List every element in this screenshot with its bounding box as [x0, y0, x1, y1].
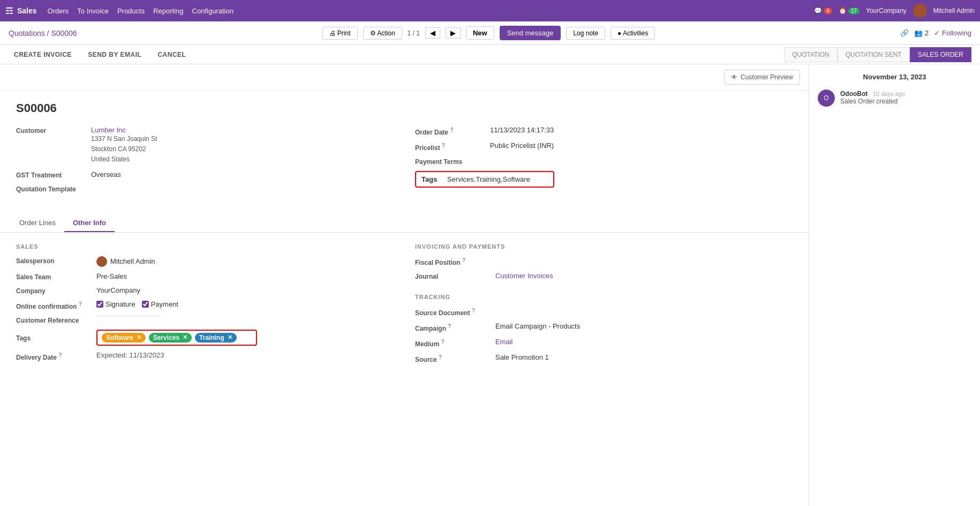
tab-order-lines[interactable]: Order Lines	[11, 214, 64, 232]
activity-content: OdooBot 10 days ago Sales Order created	[840, 90, 905, 107]
pagination: 1 / 1	[408, 29, 420, 37]
breadcrumb-parent[interactable]: Quotations	[9, 29, 45, 38]
tag-services-remove[interactable]: ✕	[183, 334, 187, 341]
status-bar: QUOTATION QUOTATION SENT SALES ORDER	[784, 47, 971, 62]
sales-team-value: Pre-Sales	[96, 272, 127, 280]
link-icon[interactable]: 🔗	[900, 29, 909, 37]
delivery-date-label: Delivery Date ?	[16, 351, 96, 361]
activity-item: O OdooBot 10 days ago Sales Order create…	[818, 90, 971, 107]
status-quotation-sent[interactable]: QUOTATION SENT	[838, 47, 910, 62]
tag-software-remove[interactable]: ✕	[137, 334, 141, 341]
user-avatar[interactable]	[913, 4, 927, 18]
tag-services[interactable]: Services ✕	[149, 333, 192, 343]
fiscal-position-help[interactable]: ?	[462, 257, 465, 263]
tag-training[interactable]: Training ✕	[195, 333, 237, 343]
campaign-help[interactable]: ?	[448, 323, 451, 329]
activity-icon[interactable]: ⏰ 17	[839, 7, 860, 14]
fiscal-position-row: Fiscal Position ?	[415, 256, 793, 266]
action-button[interactable]: ⚙ Action	[363, 27, 402, 40]
tags-field-label: Tags	[16, 333, 96, 342]
nav-next[interactable]: ▶	[446, 27, 461, 39]
following-button[interactable]: ✓ Following	[934, 29, 971, 37]
customer-reference-row: Customer Reference	[16, 316, 394, 324]
online-confirmation-row: Online confirmation ? Signature	[16, 300, 394, 310]
send-by-email-button[interactable]: SEND BY EMAIL	[82, 49, 147, 61]
chat-icon[interactable]: 💬 4	[814, 7, 832, 14]
form-grid: Customer Lumber Inc 1337 N San Joaquin S…	[16, 126, 793, 198]
delivery-date-help[interactable]: ?	[58, 352, 62, 358]
payment-terms-label: Payment Terms	[415, 157, 490, 166]
status-sales-order[interactable]: SALES ORDER	[910, 47, 971, 62]
customer-reference-value[interactable]	[96, 316, 161, 316]
actionbar: CREATE INVOICE SEND BY EMAIL CANCEL QUOT…	[0, 45, 980, 64]
create-invoice-button[interactable]: CREATE INVOICE	[9, 49, 77, 61]
activities-button[interactable]: ● Activities	[610, 27, 655, 40]
gst-value: Overseas	[91, 170, 121, 178]
subheader-actions: 🖨 Print ⚙ Action 1 / 1 ◀ ▶ New Send mess…	[322, 26, 655, 40]
company-name: YourCompany	[866, 7, 907, 14]
customer-preview-label: Customer Preview	[741, 73, 793, 81]
grid-icon[interactable]: ☶	[5, 6, 13, 16]
tab-other-info[interactable]: Other Info	[64, 214, 115, 232]
tags-badges-box[interactable]: Software ✕ Services ✕ Training ✕	[96, 330, 257, 346]
salesperson-label: Salesperson	[16, 256, 96, 265]
source-document-row: Source Document ?	[415, 307, 793, 317]
tag-software[interactable]: Software ✕	[102, 333, 146, 343]
activity-avatar: O	[818, 90, 835, 107]
order-date-label: Order Date ?	[415, 126, 490, 136]
nav-prev[interactable]: ◀	[425, 27, 440, 39]
status-quotation[interactable]: QUOTATION	[784, 47, 838, 62]
online-confirmation-help[interactable]: ?	[79, 301, 82, 307]
menu-products[interactable]: Products	[117, 7, 145, 15]
journal-row: Journal Customer Invoices	[415, 272, 793, 280]
medium-help[interactable]: ?	[441, 339, 444, 345]
signature-label: Signature	[105, 300, 135, 308]
tags-highlight-label: Tags	[421, 175, 443, 183]
menu-reporting[interactable]: Reporting	[153, 7, 183, 15]
print-button[interactable]: 🖨 Print	[322, 27, 358, 40]
cancel-button[interactable]: CANCEL	[152, 49, 191, 61]
customer-preview-button[interactable]: 👁 Customer Preview	[724, 70, 800, 85]
menu-orders[interactable]: Orders	[48, 7, 69, 15]
source-document-help[interactable]: ?	[472, 308, 475, 314]
campaign-label: Campaign ?	[415, 322, 495, 332]
payment-terms-row: Payment Terms	[415, 157, 793, 166]
tags-highlight-value[interactable]: Services,Training,Software	[447, 175, 530, 183]
source-document-label: Source Document ?	[415, 307, 495, 317]
payment-label: Payment	[151, 300, 178, 308]
signature-checkbox[interactable]	[96, 301, 103, 308]
customer-preview-bar: 👁 Customer Preview	[0, 64, 809, 91]
medium-link[interactable]: Email	[495, 338, 513, 346]
menu-to-invoice[interactable]: To Invoice	[77, 7, 109, 15]
payment-checkbox[interactable]	[142, 301, 149, 308]
confirmation-checkboxes: Signature Payment	[96, 300, 178, 308]
sales-team-label: Sales Team	[16, 272, 96, 281]
delivery-date-row: Delivery Date ? Expected: 11/13/2023	[16, 351, 394, 361]
send-message-button[interactable]: Send message	[500, 26, 561, 40]
followers-icon[interactable]: 👥 2	[914, 29, 929, 37]
journal-link[interactable]: Customer Invoices	[495, 272, 553, 280]
form-right: Order Date ? 11/13/2023 14:17:33 Priceli…	[415, 126, 793, 198]
customer-name-link[interactable]: Lumber Inc	[91, 126, 126, 134]
tags-highlight-row: Tags Services,Training,Software	[415, 171, 793, 188]
new-button[interactable]: New	[466, 26, 494, 40]
signature-checkbox-item: Signature	[96, 300, 135, 308]
source-help[interactable]: ?	[439, 354, 442, 360]
menu-configuration[interactable]: Configuration	[192, 7, 233, 15]
online-confirmation-label: Online confirmation ?	[16, 300, 96, 310]
order-date-help[interactable]: ?	[450, 127, 453, 133]
tag-training-remove[interactable]: ✕	[228, 334, 232, 341]
quotation-template-label: Quotation Template	[16, 184, 91, 193]
brand-label[interactable]: Sales	[17, 6, 37, 15]
medium-row: Medium ? Email	[415, 338, 793, 348]
fiscal-position-label: Fiscal Position ?	[415, 256, 495, 266]
source-row: Source ? Sale Promotion 1	[415, 353, 793, 363]
log-note-button[interactable]: Log note	[566, 27, 605, 40]
salesperson-avatar	[96, 256, 107, 267]
form-left: Customer Lumber Inc 1337 N San Joaquin S…	[16, 126, 394, 198]
pricelist-help[interactable]: ?	[442, 143, 445, 148]
tracking-section-title: TRACKING	[415, 294, 793, 300]
journal-label: Journal	[415, 272, 495, 280]
medium-value: Email	[495, 338, 513, 346]
tag-training-label: Training	[199, 334, 224, 341]
